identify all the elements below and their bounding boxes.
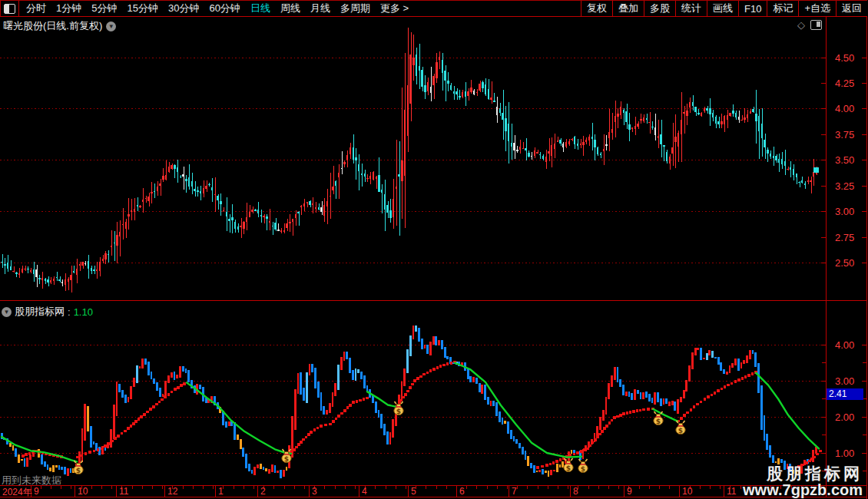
money-bag-dollar-icon: $	[578, 459, 588, 473]
chart-corner-controls: ◇	[797, 20, 822, 30]
period-tab-more[interactable]: 更多 >	[380, 2, 409, 15]
split-pane-icon	[4, 4, 15, 14]
tool-button-back[interactable]: 返回	[836, 1, 867, 16]
svg-text:$: $	[566, 464, 571, 472]
x-axis-month-label: 11	[119, 486, 128, 497]
tool-button-mark[interactable]: 标记	[767, 1, 798, 16]
period-tab-1min[interactable]: 1分钟	[56, 2, 81, 15]
chevron-down-circle-icon[interactable]: ▾	[2, 307, 12, 317]
indicator-name: 股朋指标网	[15, 305, 65, 319]
period-tab-multi-period[interactable]: 多周期	[340, 2, 370, 15]
svg-text:$: $	[76, 467, 81, 474]
window-split-button[interactable]	[1, 1, 19, 16]
money-bag-dollar-icon: $	[282, 449, 291, 463]
svg-text:$: $	[284, 455, 289, 463]
period-menu: 分时1分钟5分钟15分钟30分钟60分钟日线周线月线多周期更多 >	[19, 1, 409, 16]
indicator-separator: :	[68, 306, 71, 318]
diamond-icon[interactable]: ◇	[797, 20, 805, 30]
x-axis-month-label: 5	[411, 486, 416, 497]
main-y-axis-label: 4.25	[835, 78, 854, 89]
x-axis-month-label: 6	[459, 486, 465, 497]
x-axis-month-label: 8	[573, 486, 578, 497]
tool-button-overlay[interactable]: 叠加	[612, 1, 644, 16]
watermark-site-url: www.7gpzb.com	[743, 482, 863, 498]
last-price-marker	[813, 167, 819, 173]
candlestick-plot	[1, 18, 817, 293]
indicator-header: ▾ 股朋指标网 : 1.10	[2, 305, 93, 319]
main-y-axis-label: 2.50	[835, 257, 854, 269]
x-axis-month-label: 10	[682, 486, 692, 497]
indicator-y-axis-label: 4.00	[835, 339, 854, 351]
tool-button-stats[interactable]: 统计	[675, 1, 707, 16]
tool-button-draw[interactable]: 画线	[707, 1, 738, 16]
main-y-axis-label: 4.00	[835, 103, 854, 114]
period-tab-daily[interactable]: 日线	[250, 2, 270, 15]
period-tab-30min[interactable]: 30分钟	[168, 2, 199, 15]
tools-menu: 复权叠加多股统计画线F10标记+自选返回	[581, 1, 867, 16]
svg-text:$: $	[678, 427, 683, 435]
period-tab-weekly[interactable]: 周线	[280, 2, 300, 15]
watermark-site-name: 股朋指标网	[743, 465, 863, 482]
money-bag-dollar-icon: $	[676, 421, 685, 435]
chevron-down-circle-icon[interactable]: ▾	[106, 21, 116, 31]
tool-button-add-watchlist[interactable]: +自选	[798, 1, 836, 16]
period-tab-fenshi[interactable]: 分时	[26, 2, 46, 15]
main-y-axis-label: 3.00	[835, 206, 854, 217]
main-y-axis-label: 3.50	[835, 154, 854, 166]
stock-title-row: 曙光股份(日线.前复权) ▾	[3, 19, 116, 33]
x-axis-month-label: 10	[78, 486, 88, 497]
indicator-last-value-tag: 2.41	[827, 388, 863, 400]
main-y-axis-label: 3.25	[835, 180, 854, 192]
top-menu-bar: 分时1分钟5分钟15分钟30分钟60分钟日线周线月线多周期更多 > 复权叠加多股…	[0, 0, 867, 17]
x-axis-month-label: 7	[512, 486, 517, 497]
tool-button-f10[interactable]: F10	[738, 1, 767, 16]
x-axis-month-label: 2	[260, 486, 266, 497]
tool-button-fuquan[interactable]: 复权	[581, 1, 612, 16]
x-axis-month-label: 12	[167, 486, 177, 497]
x-axis-month-label: 9	[627, 486, 632, 497]
x-axis-month-label: 1	[218, 486, 224, 497]
money-bag-dollar-icon: $	[654, 411, 663, 425]
indicator-plot	[1, 326, 822, 478]
main-y-axis-label: 4.50	[835, 52, 854, 64]
period-tab-60min[interactable]: 60分钟	[209, 2, 240, 15]
main-y-axis-label: 3.75	[835, 129, 854, 140]
stock-chart-canvas: $$$$$$$	[0, 0, 868, 499]
x-axis-month-label: 9	[34, 486, 39, 497]
indicator-y-axis-label: 2.00	[835, 411, 854, 423]
period-tab-5min[interactable]: 5分钟	[91, 2, 117, 15]
x-axis-month-label: 11	[727, 486, 736, 497]
main-y-axis-label: 2.75	[835, 232, 854, 243]
indicator-y-axis-label: 1.00	[835, 448, 854, 459]
indicator-y-axis-label: 3.00	[835, 375, 854, 387]
stock-title: 曙光股份(日线.前复权)	[3, 19, 102, 33]
site-watermark: 股朋指标网 www.7gpzb.com	[743, 465, 863, 498]
x-axis-month-label: 3	[312, 486, 317, 497]
split-pane-icon[interactable]	[810, 20, 822, 30]
tool-button-multi-stock[interactable]: 多股	[644, 1, 675, 16]
svg-text:$: $	[581, 465, 585, 473]
period-tab-15min[interactable]: 15分钟	[127, 2, 157, 15]
x-axis-year-label: 2024年	[2, 486, 32, 499]
indicator-value: 1.10	[74, 306, 93, 318]
svg-text:$: $	[396, 408, 401, 415]
period-tab-monthly[interactable]: 月线	[310, 2, 330, 15]
x-axis-month-label: 4	[362, 486, 367, 497]
svg-text:$: $	[656, 418, 661, 425]
